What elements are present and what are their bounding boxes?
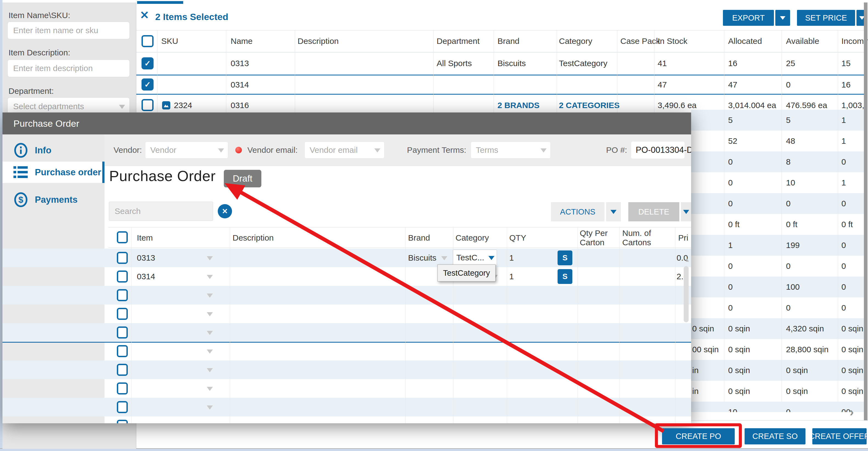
table-row[interactable]: ✓ 0314 47 47 0 16 xyxy=(136,76,864,95)
chevron-right-icon[interactable]: › xyxy=(849,404,854,419)
item-description-input[interactable]: Enter item description xyxy=(7,60,130,77)
modal-column-brand[interactable]: Brand xyxy=(408,233,430,242)
create-so-button[interactable]: CREATE SO xyxy=(745,428,805,444)
row-checkbox[interactable] xyxy=(117,270,128,282)
column-header-sku[interactable]: SKU xyxy=(161,30,178,52)
modal-scrollbar-thumb[interactable] xyxy=(684,266,689,322)
chevron-down-icon[interactable] xyxy=(207,294,213,298)
scroll-up-icon[interactable]: ▲ xyxy=(684,257,690,263)
modal-column-description[interactable]: Description xyxy=(232,233,274,242)
chevron-down-icon[interactable] xyxy=(207,275,213,279)
row-checkbox[interactable] xyxy=(117,327,128,338)
modal-column-num-cartons[interactable]: Num. of Cartons xyxy=(622,229,656,247)
cell-department: All Sports xyxy=(437,52,472,74)
column-header-department[interactable]: Department xyxy=(437,30,480,52)
vendor-email-select[interactable]: Vendor email xyxy=(304,142,384,158)
po-number-input[interactable]: PO-0013304-D xyxy=(631,142,684,158)
cell-in-stock-fragment: in xyxy=(692,381,699,402)
chevron-down-icon[interactable] xyxy=(207,256,213,260)
row-checkbox-checked[interactable]: ✓ xyxy=(142,57,154,69)
chevron-down-icon[interactable] xyxy=(207,405,213,410)
tab-payments[interactable]: $ Payments xyxy=(2,189,104,210)
po-number-label: PO #: xyxy=(606,142,627,158)
row-checkbox[interactable] xyxy=(117,364,128,376)
column-header-brand[interactable]: Brand xyxy=(497,30,520,52)
modal-select-all-checkbox[interactable] xyxy=(117,231,128,243)
column-header-allocated[interactable]: Allocated xyxy=(728,30,762,52)
po-empty-row[interactable] xyxy=(2,398,691,416)
vertical-scrollbar[interactable] xyxy=(864,2,867,420)
row-checkbox[interactable] xyxy=(117,289,128,301)
modal-column-qty[interactable]: QTY xyxy=(509,233,526,242)
column-header-name[interactable]: Name xyxy=(230,30,253,52)
select-all-checkbox[interactable] xyxy=(142,35,154,47)
actions-dropdown-button[interactable] xyxy=(606,202,621,221)
tab-info[interactable]: Info xyxy=(2,140,104,161)
set-price-button[interactable]: SET PRICE xyxy=(797,10,855,26)
modal-column-category[interactable]: Category xyxy=(456,233,489,242)
clear-search-icon[interactable]: ✕ xyxy=(218,204,232,218)
table-row[interactable]: 10 0 00 xyxy=(691,402,864,412)
delete-dropdown-button[interactable] xyxy=(681,202,691,221)
column-line xyxy=(619,227,620,423)
category-tooltip-text: TestCategory xyxy=(443,269,490,278)
chevron-down-icon[interactable] xyxy=(207,350,213,354)
tab-purchase-order[interactable]: Purchase order xyxy=(2,161,104,183)
row-checkbox[interactable] xyxy=(117,308,128,320)
row-checkbox-checked[interactable]: ✓ xyxy=(142,79,154,91)
row-checkbox[interactable] xyxy=(117,345,128,357)
close-icon[interactable]: ✕ xyxy=(140,9,149,21)
po-empty-row[interactable] xyxy=(2,342,691,361)
cell-allocated: 0 sqin xyxy=(728,318,750,339)
po-empty-row[interactable] xyxy=(2,286,691,304)
row-checkbox[interactable] xyxy=(117,252,128,264)
po-item-row[interactable]: 0314 1 S 2.0 xyxy=(2,267,691,286)
chevron-down-icon[interactable] xyxy=(207,312,213,316)
chevron-down-icon[interactable] xyxy=(207,387,213,391)
cell-qty[interactable]: 1 xyxy=(509,248,514,267)
item-name-sku-input[interactable]: Enter item name or sku xyxy=(7,22,130,39)
column-header-in-stock[interactable]: In Stock xyxy=(658,30,687,52)
chevron-down-icon[interactable] xyxy=(207,368,213,372)
po-empty-row[interactable] xyxy=(2,416,691,423)
payment-terms-select[interactable]: Terms xyxy=(471,142,551,158)
modal-column-item[interactable]: Item xyxy=(137,233,153,242)
cell-qty[interactable]: 1 xyxy=(509,267,514,286)
po-empty-row[interactable] xyxy=(2,323,691,343)
row-checkbox[interactable] xyxy=(117,383,128,394)
export-dropdown-button[interactable] xyxy=(775,10,790,26)
table-row[interactable]: ✓ 0313 All Sports Biscuits TestCategory … xyxy=(136,52,864,76)
column-header-description[interactable]: Description xyxy=(298,30,339,52)
cell-available: 28,800 sqin xyxy=(786,339,829,360)
stock-badge[interactable]: S xyxy=(558,250,572,265)
export-button[interactable]: EXPORT xyxy=(723,10,774,26)
column-line xyxy=(654,30,654,113)
cell-incoming: 0 xyxy=(841,256,846,276)
chevron-down-icon[interactable] xyxy=(441,256,447,260)
row-checkbox[interactable] xyxy=(117,401,128,413)
create-po-button[interactable]: CREATE PO xyxy=(662,428,735,444)
po-empty-row[interactable] xyxy=(2,360,691,379)
cell-incoming: 00 xyxy=(841,402,850,412)
vendor-select[interactable]: Vendor xyxy=(145,142,228,158)
po-empty-row[interactable] xyxy=(2,379,691,398)
category-dropdown-open[interactable]: TestC... xyxy=(453,250,497,266)
create-offer-button[interactable]: CREATE OFFER xyxy=(812,428,867,444)
stock-badge[interactable]: S xyxy=(558,269,572,284)
image-icon xyxy=(162,101,170,110)
actions-button[interactable]: ACTIONS xyxy=(551,202,604,221)
search-input[interactable]: Search xyxy=(109,202,213,221)
row-checkbox[interactable] xyxy=(117,420,128,423)
delete-button[interactable]: DELETE xyxy=(628,202,679,221)
column-header-available[interactable]: Available xyxy=(786,30,819,52)
cell-allocated: 5 xyxy=(728,110,733,130)
column-header-category[interactable]: Category xyxy=(559,30,592,52)
po-empty-row[interactable] xyxy=(2,304,691,323)
po-item-row[interactable]: 0313 Biscuits TestC... 1 S 0.0 xyxy=(2,248,691,267)
modal-column-qty-per-carton[interactable]: Qty Per Carton xyxy=(580,229,611,247)
chevron-down-icon[interactable] xyxy=(207,331,213,335)
cell-available: 48 xyxy=(786,130,795,151)
modal-column-price[interactable]: Pri xyxy=(678,233,688,242)
row-checkbox[interactable] xyxy=(142,99,154,111)
vendor-bar: Vendor: Vendor Vendor email: Vendor emai… xyxy=(104,134,691,166)
